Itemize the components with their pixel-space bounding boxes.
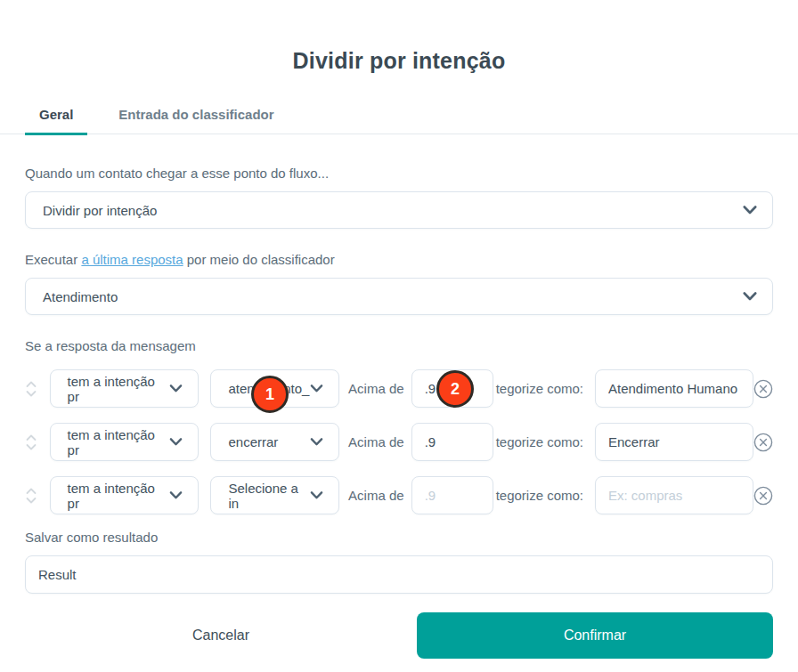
above-label: Acima de (348, 381, 404, 396)
page-title: Dividir por intenção (0, 46, 798, 75)
chevron-down-icon (169, 385, 183, 393)
condition-row: tem a intenção pr encerrar Acima de tego… (25, 423, 773, 461)
category-input[interactable] (595, 476, 753, 514)
condition-type-value: tem a intenção pr (68, 481, 170, 511)
above-label: Acima de (348, 434, 404, 449)
chevron-down-icon (743, 292, 757, 301)
chevron-down-icon (310, 438, 323, 446)
threshold-input[interactable] (411, 476, 493, 514)
condition-type-select[interactable]: tem a intenção pr (50, 369, 200, 408)
condition-row: tem a intenção pr atendimento_ Acima de … (25, 369, 773, 408)
condition-type-value: tem a intenção pr (68, 427, 170, 457)
intent-select[interactable]: Selecione a in (210, 476, 339, 514)
cancel-button[interactable]: Cancelar (25, 612, 417, 659)
classifier-select[interactable]: Atendimento (25, 278, 773, 315)
dialog-footer: Cancelar Confirmar (0, 612, 798, 659)
drag-handle-icon[interactable] (25, 380, 38, 398)
chevron-down-icon (743, 206, 757, 215)
categorize-label: tegorize como: (496, 381, 583, 396)
chevron-down-icon (169, 491, 183, 499)
intent-select-value: encerrar (228, 434, 278, 449)
save-result-label: Salvar como resultado (25, 530, 773, 545)
category-input[interactable] (595, 423, 753, 461)
remove-row-icon[interactable] (753, 486, 773, 506)
above-label: Acima de (348, 488, 404, 503)
intent-select-value: Selecione a in (228, 481, 310, 511)
condition-row: tem a intenção pr Selecione a in Acima d… (25, 476, 773, 514)
classifier-label: Executar a última resposta por meio do c… (25, 252, 773, 267)
drag-handle-icon[interactable] (25, 487, 38, 505)
when-label: Quando um contato chegar a esse ponto do… (25, 166, 773, 181)
condition-type-select[interactable]: tem a intenção pr (50, 476, 200, 514)
drag-handle-icon[interactable] (25, 433, 38, 451)
remove-row-icon[interactable] (753, 433, 773, 452)
chevron-down-icon (310, 491, 323, 499)
chevron-down-icon (310, 385, 323, 393)
chevron-down-icon (169, 438, 183, 446)
remove-row-icon[interactable] (753, 379, 773, 399)
action-select[interactable]: Dividir por intenção (25, 191, 773, 229)
annotation-badge-2: 2 (436, 370, 474, 408)
classifier-select-value: Atendimento (43, 289, 118, 304)
categorize-label: tegorize como: (496, 434, 583, 449)
condition-type-value: tem a intenção pr (68, 374, 170, 404)
last-response-link[interactable]: a última resposta (81, 252, 183, 267)
action-select-value: Dividir por intenção (43, 203, 157, 218)
result-input[interactable] (25, 555, 773, 594)
condition-type-select[interactable]: tem a intenção pr (50, 423, 200, 461)
confirm-button[interactable]: Confirmar (417, 612, 773, 659)
threshold-input[interactable] (411, 423, 493, 461)
split-by-intent-dialog: Dividir por intenção Geral Entrada do cl… (0, 46, 798, 672)
tab-entrada-classificador[interactable]: Entrada do classificador (104, 107, 288, 135)
classifier-label-suffix: por meio do classificador (183, 252, 335, 267)
categorize-label: tegorize como: (496, 488, 583, 503)
intent-select[interactable]: encerrar (210, 423, 339, 461)
conditions-label: Se a resposta da mensagem (25, 338, 773, 353)
annotation-badge-1: 1 (251, 376, 289, 413)
classifier-label-prefix: Executar (25, 252, 81, 267)
tab-bar: Geral Entrada do classificador (0, 107, 798, 134)
category-input[interactable] (595, 369, 753, 408)
tab-geral[interactable]: Geral (25, 107, 87, 135)
